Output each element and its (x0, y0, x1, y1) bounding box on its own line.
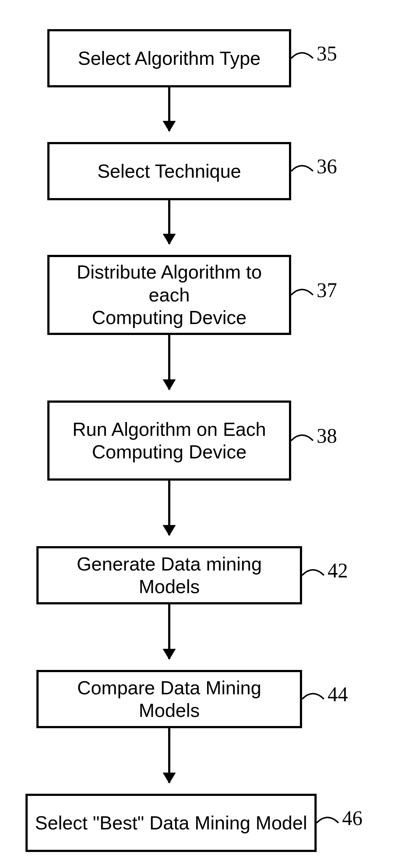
step-text: Generate Data mining Models (46, 553, 293, 598)
step-number-label: 38 (317, 424, 337, 447)
step-number-label: 37 (317, 279, 337, 302)
flowchart-canvas: Select Algorithm Type 35 Select Techniqu… (0, 0, 420, 868)
step-text: Run Algorithm on Each Computing Device (72, 418, 266, 463)
step-box-select-technique: Select Technique (47, 142, 291, 200)
arrow-down (168, 87, 170, 131)
arrow-down (168, 200, 170, 244)
step-text: Compare Data Mining Models (46, 676, 293, 722)
arrow-down (168, 604, 170, 659)
step-text: Select "Best" Data Mining Model (35, 812, 307, 834)
step-box-distribute-algorithm: Distribute Algorithm to each Computing D… (47, 255, 291, 335)
arrow-down (168, 728, 170, 783)
step-text: Select Technique (97, 160, 241, 182)
step-number-label: 36 (317, 155, 337, 178)
step-number-label: 46 (342, 806, 362, 830)
step-box-compare-models: Compare Data Mining Models (36, 670, 302, 728)
arrow-down (168, 335, 170, 390)
step-number-label: 42 (328, 559, 348, 582)
step-text: Distribute Algorithm to each Computing D… (57, 261, 282, 329)
arrow-down (168, 481, 170, 535)
step-number-label: 44 (328, 683, 348, 706)
step-box-select-algorithm-type: Select Algorithm Type (47, 29, 291, 87)
step-box-generate-models: Generate Data mining Models (36, 546, 302, 604)
step-box-select-best-model: Select "Best" Data Mining Model (25, 794, 317, 852)
step-box-run-algorithm: Run Algorithm on Each Computing Device (47, 401, 291, 481)
step-number-label: 35 (317, 42, 337, 65)
step-text: Select Algorithm Type (78, 47, 261, 70)
